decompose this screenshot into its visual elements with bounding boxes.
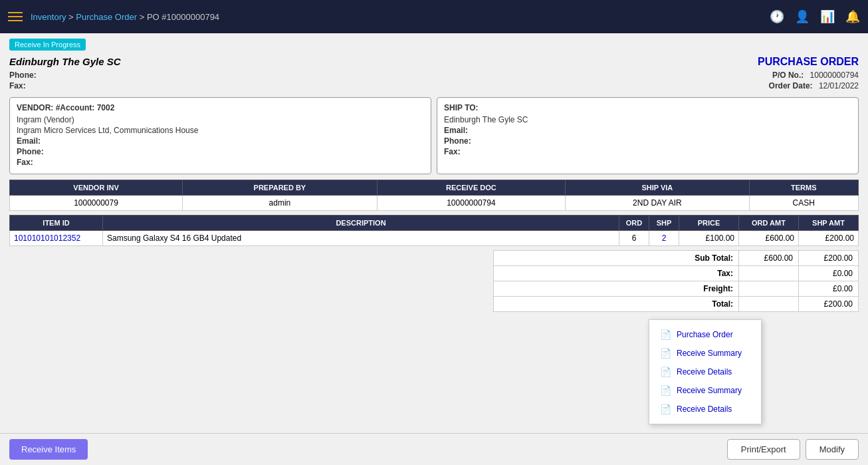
bell-icon[interactable]: 🔔 xyxy=(845,9,860,24)
total-ord xyxy=(739,297,799,312)
item-ord-amt: £600.00 xyxy=(739,231,799,246)
total-row: Total: £200.00 xyxy=(494,297,859,312)
ship-name: Edinburgh The Gyle SC xyxy=(444,115,851,124)
info-left: Phone: Fax: xyxy=(9,71,37,92)
dropdown-item-receive-details-xls[interactable]: 📄 Receive Details xyxy=(649,400,761,418)
item-header-ord: ORD xyxy=(619,216,649,231)
status-badge: Receive In Progress xyxy=(9,39,86,51)
bottom-bar: Receive Items Print/Export Modify xyxy=(0,433,868,465)
freight-ord xyxy=(739,281,799,297)
receive-items-button[interactable]: Receive Items xyxy=(9,439,88,460)
ship-title: SHIP TO: xyxy=(444,103,851,112)
dropdown-label-receive-summary-xls: Receive Summary xyxy=(677,386,742,395)
breadcrumb-current: PO #10000000794 xyxy=(147,12,219,22)
meta-prepared-by: admin xyxy=(183,196,378,211)
freight-row: Freight: £0.00 xyxy=(494,281,859,297)
meta-table: VENDOR INV PREPARED BY RECEIVE DOC SHIP … xyxy=(9,180,859,211)
total-label: Total: xyxy=(494,297,739,312)
po-meta: P/O No.: 10000000794 Order Date: 12/01/2… xyxy=(769,71,859,92)
top-navbar: Inventory > Purchase Order > PO #1000000… xyxy=(0,0,868,33)
subtotal-shp: £200.00 xyxy=(799,251,859,266)
tax-ord xyxy=(739,266,799,281)
xls-icon-2: 📄 xyxy=(660,404,671,414)
meta-terms: CASH xyxy=(749,196,858,211)
print-export-button[interactable]: Print/Export xyxy=(727,439,800,460)
totals-section: Sub Total: £600.00 £200.00 Tax: £0.00 Fr… xyxy=(9,250,859,312)
nav-right: 🕐 👤 📊 🔔 xyxy=(770,9,860,24)
clock-icon[interactable]: 🕐 xyxy=(770,9,784,24)
hamburger-menu[interactable] xyxy=(8,12,23,21)
items-table-section: ITEM ID DESCRIPTION ORD SHP PRICE ORD AM… xyxy=(9,215,859,246)
meta-header-receive-doc: RECEIVE DOC xyxy=(377,180,565,196)
print-dropdown: 📄 Purchase Order 📄 Receive Summary 📄 Rec… xyxy=(649,319,762,424)
meta-receive-doc: 10000000794 xyxy=(377,196,565,211)
ship-fax: Fax: xyxy=(444,147,851,156)
breadcrumb-inventory[interactable]: Inventory xyxy=(31,12,66,22)
main-content: Receive In Progress Edinburgh The Gyle S… xyxy=(0,33,868,465)
meta-row: 1000000079 admin 10000000794 2ND DAY AIR… xyxy=(10,196,859,211)
item-id[interactable]: 101010101012352 xyxy=(10,231,103,246)
breadcrumb: Inventory > Purchase Order > PO #1000000… xyxy=(31,12,219,22)
vendor-ship-row: VENDOR: #Account: 7002 Ingram (Vendor) I… xyxy=(9,97,859,174)
vendor-address: Ingram Micro Services Ltd, Communication… xyxy=(17,126,424,135)
vendor-box: VENDOR: #Account: 7002 Ingram (Vendor) I… xyxy=(9,97,431,174)
vendor-phone: Phone: xyxy=(17,147,424,156)
meta-table-section: VENDOR INV PREPARED BY RECEIVE DOC SHIP … xyxy=(9,180,859,211)
nav-left: Inventory > Purchase Order > PO #1000000… xyxy=(8,12,219,22)
ship-box: SHIP TO: Edinburgh The Gyle SC Email: Ph… xyxy=(437,97,859,174)
item-header-id: ITEM ID xyxy=(10,216,103,231)
item-header-price: PRICE xyxy=(679,216,739,231)
item-header-ord-amt: ORD AMT xyxy=(739,216,799,231)
dropdown-label-receive-details-xls: Receive Details xyxy=(677,404,732,414)
items-table: ITEM ID DESCRIPTION ORD SHP PRICE ORD AM… xyxy=(9,215,859,246)
item-description: Samsung Galaxy S4 16 GB4 Updated xyxy=(103,231,619,246)
fax-field: Fax: xyxy=(9,81,37,90)
info-row: Phone: Fax: P/O No.: 10000000794 Order D… xyxy=(9,71,859,92)
modify-button[interactable]: Modify xyxy=(806,439,859,460)
vendor-email: Email: xyxy=(17,136,424,146)
tax-label: Tax: xyxy=(494,266,739,281)
dropdown-item-purchase-order[interactable]: 📄 Purchase Order xyxy=(649,325,761,344)
item-shp-qty: 2 xyxy=(649,231,679,246)
bottom-right-buttons: Print/Export Modify xyxy=(727,439,859,460)
phone-field: Phone: xyxy=(9,71,37,80)
subtotal-row: Sub Total: £600.00 £200.00 xyxy=(494,251,859,266)
subtotal-ord: £600.00 xyxy=(739,251,799,266)
meta-header-ship-via: SHIP VIA xyxy=(566,180,749,196)
dropdown-item-receive-details-pdf[interactable]: 📄 Receive Details xyxy=(649,363,761,381)
item-header-shp: SHP xyxy=(649,216,679,231)
item-row: 101010101012352 Samsung Galaxy S4 16 GB4… xyxy=(10,231,859,246)
meta-header-prepared-by: PREPARED BY xyxy=(183,180,378,196)
vendor-fax: Fax: xyxy=(17,158,424,167)
freight-label: Freight: xyxy=(494,281,739,297)
meta-header-terms: TERMS xyxy=(749,180,858,196)
dropdown-item-receive-summary-pdf[interactable]: 📄 Receive Summary xyxy=(649,344,761,363)
dropdown-label-receive-summary-pdf: Receive Summary xyxy=(677,349,742,358)
totals-table: Sub Total: £600.00 £200.00 Tax: £0.00 Fr… xyxy=(493,250,859,312)
item-header-desc: DESCRIPTION xyxy=(103,216,619,231)
meta-vendor-inv: 1000000079 xyxy=(10,196,183,211)
user-icon[interactable]: 👤 xyxy=(795,9,810,24)
chart-icon[interactable]: 📊 xyxy=(820,9,835,24)
dropdown-item-receive-summary-xls[interactable]: 📄 Receive Summary xyxy=(649,381,761,400)
meta-ship-via: 2ND DAY AIR xyxy=(566,196,749,211)
pdf-icon-3: 📄 xyxy=(660,367,671,377)
total-shp: £200.00 xyxy=(799,297,859,312)
dropdown-label-purchase-order: Purchase Order xyxy=(677,330,733,339)
header-row: Edinburgh The Gyle SC PURCHASE ORDER xyxy=(9,56,859,68)
item-shp-amt: £200.00 xyxy=(799,231,859,246)
freight-shp: £0.00 xyxy=(799,281,859,297)
item-price: £100.00 xyxy=(679,231,739,246)
xls-icon: 📄 xyxy=(660,385,671,396)
subtotal-label: Sub Total: xyxy=(494,251,739,266)
vendor-title: VENDOR: #Account: 7002 xyxy=(17,103,424,112)
order-date: Order Date: 12/01/2022 xyxy=(769,81,859,90)
po-title: PURCHASE ORDER xyxy=(758,56,859,68)
ship-email: Email: xyxy=(444,126,851,135)
vendor-name: Ingram (Vendor) xyxy=(17,115,424,124)
tax-row: Tax: £0.00 xyxy=(494,266,859,281)
breadcrumb-po[interactable]: Purchase Order xyxy=(76,12,137,22)
tax-shp: £0.00 xyxy=(799,266,859,281)
item-header-shp-amt: SHP AMT xyxy=(799,216,859,231)
item-ord-qty: 6 xyxy=(619,231,649,246)
